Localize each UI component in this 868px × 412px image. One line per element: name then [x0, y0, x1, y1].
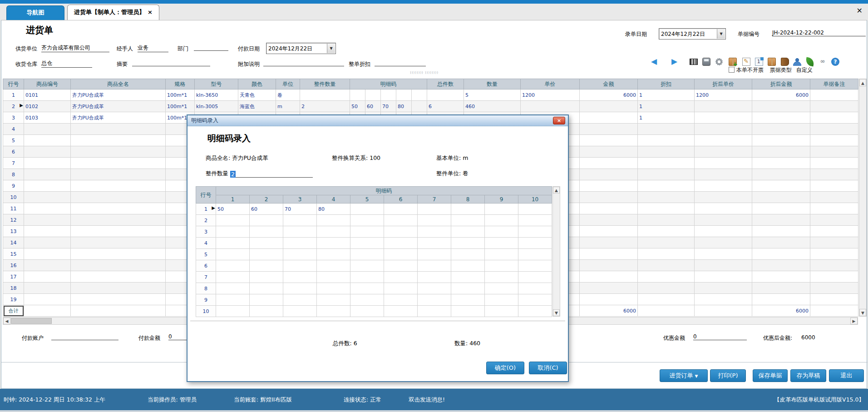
cell-code[interactable]	[24, 271, 71, 283]
detail-cell[interactable]	[317, 260, 350, 272]
copy-icon[interactable]	[755, 58, 763, 66]
cell-note[interactable]	[810, 203, 858, 214]
cell-note[interactable]	[810, 135, 858, 146]
detail-cell[interactable]	[518, 204, 552, 215]
cell-code[interactable]	[24, 180, 71, 192]
grid-row[interactable]: 2▶0102齐力PU合成革100m*1kln-3005海蓝色m250607080…	[3, 101, 858, 112]
cell-disc_amount[interactable]	[752, 226, 810, 237]
cell-amount[interactable]	[580, 101, 638, 112]
cell-color[interactable]: 天青色	[238, 89, 276, 101]
print-icon[interactable]	[702, 58, 710, 66]
cell-code[interactable]	[24, 248, 71, 260]
cell-disc_price[interactable]	[695, 260, 752, 271]
exit-button[interactable]: 退出	[829, 369, 864, 382]
cell-disc_amount[interactable]	[752, 135, 810, 146]
cell-qty[interactable]: 5	[464, 89, 521, 101]
detail-cell[interactable]	[485, 226, 518, 238]
cell-disc_price[interactable]	[695, 192, 752, 203]
window-close-icon[interactable]: ✕	[857, 6, 863, 15]
cell-disc_price[interactable]	[695, 101, 752, 112]
scroll-right-icon[interactable]: ▶	[850, 318, 858, 324]
cell-note[interactable]	[810, 248, 858, 260]
detail-cell[interactable]	[384, 238, 418, 249]
column-header-8[interactable]: 整件数量	[300, 79, 350, 89]
detail-cell[interactable]	[350, 238, 384, 249]
cell-disc_price[interactable]	[695, 203, 752, 214]
detail-cell[interactable]	[250, 215, 283, 226]
detail-grid-row[interactable]: 10	[196, 306, 552, 317]
dialog-ok-button[interactable]: 确定(O)	[486, 362, 524, 374]
column-header-17[interactable]: 单据备注	[810, 79, 858, 89]
cell-disc_amount[interactable]	[752, 203, 810, 214]
detail-cell[interactable]	[518, 272, 552, 283]
cell-disc_price[interactable]	[695, 112, 752, 124]
row-number[interactable]: 2▶	[3, 101, 24, 112]
cell-amount[interactable]	[580, 294, 638, 305]
detail-cell[interactable]	[317, 306, 350, 317]
detail-grid-row[interactable]: 8	[196, 283, 552, 294]
row-number[interactable]: 5	[3, 135, 24, 146]
detail-cell[interactable]	[216, 249, 250, 260]
detail-cell[interactable]	[451, 249, 485, 260]
row-number[interactable]: 7	[3, 158, 24, 169]
cell-amount[interactable]	[580, 260, 638, 271]
column-header-4[interactable]: 规格	[166, 79, 195, 89]
entry-date-dropdown-icon[interactable]: ▼	[717, 29, 725, 39]
detail-cell[interactable]	[384, 294, 418, 306]
cell-amount[interactable]	[580, 180, 638, 192]
cell-disc[interactable]	[638, 294, 695, 305]
column-header-3[interactable]: 商品全名	[71, 79, 166, 89]
detail-cell[interactable]	[518, 226, 552, 238]
user-icon[interactable]	[793, 58, 801, 66]
detail-cell[interactable]	[350, 283, 384, 294]
cell-d1[interactable]	[365, 89, 381, 101]
cell-disc_amount[interactable]	[752, 283, 810, 294]
detail-cell[interactable]	[216, 272, 250, 283]
detail-row-number[interactable]: 7	[196, 272, 216, 283]
cell-disc[interactable]	[638, 226, 695, 237]
cell-note[interactable]	[810, 146, 858, 158]
cell-disc_price[interactable]	[695, 214, 752, 226]
cell-note[interactable]	[810, 214, 858, 226]
cell-code[interactable]: 0102	[24, 101, 71, 112]
row-number[interactable]: 16	[3, 260, 24, 271]
detail-cell[interactable]	[216, 294, 250, 306]
detail-cell[interactable]: 60	[250, 204, 283, 215]
detail-cell[interactable]	[250, 272, 283, 283]
row-number[interactable]: 1	[3, 89, 24, 101]
cell-disc[interactable]	[638, 192, 695, 203]
detail-cell[interactable]	[350, 204, 384, 215]
cell-disc_price[interactable]	[695, 294, 752, 305]
cell-name[interactable]	[71, 135, 166, 146]
cell-code[interactable]	[24, 124, 71, 135]
detail-cell[interactable]	[384, 226, 418, 238]
cell-disc[interactable]	[638, 135, 695, 146]
cell-disc_price[interactable]	[695, 180, 752, 192]
dialog-cancel-button[interactable]: 取消(C)	[529, 362, 567, 374]
cell-note[interactable]	[810, 271, 858, 283]
detail-column-header-2[interactable]: 2	[250, 195, 283, 204]
row-number[interactable]: 11	[3, 203, 24, 214]
detail-cell[interactable]	[216, 215, 250, 226]
detail-row-number[interactable]: 5	[196, 249, 216, 260]
cell-note[interactable]	[810, 237, 858, 248]
detail-cell[interactable]	[451, 238, 485, 249]
detail-grid-row[interactable]: 1▶50607080	[196, 204, 552, 215]
cell-amount[interactable]	[580, 192, 638, 203]
detail-column-header-10[interactable]: 10	[518, 195, 552, 204]
detail-column-header-1[interactable]: 1	[216, 195, 250, 204]
cell-disc[interactable]	[638, 237, 695, 248]
detail-cell[interactable]	[451, 204, 485, 215]
detail-row-number[interactable]: 8	[196, 283, 216, 294]
detail-row-number[interactable]: 6	[196, 260, 216, 272]
cell-disc_price[interactable]	[695, 158, 752, 169]
cell-name[interactable]	[71, 158, 166, 169]
detail-cell[interactable]	[418, 294, 451, 306]
detail-cell[interactable]	[485, 249, 518, 260]
cell-disc_price[interactable]	[695, 124, 752, 135]
cell-name[interactable]	[71, 180, 166, 192]
cell-disc_amount[interactable]	[752, 294, 810, 305]
cell-model[interactable]: kln-3650	[195, 89, 238, 101]
pay-date-combobox[interactable]: 2024年12月22日 ▼	[266, 43, 336, 54]
detail-cell[interactable]	[418, 226, 451, 238]
